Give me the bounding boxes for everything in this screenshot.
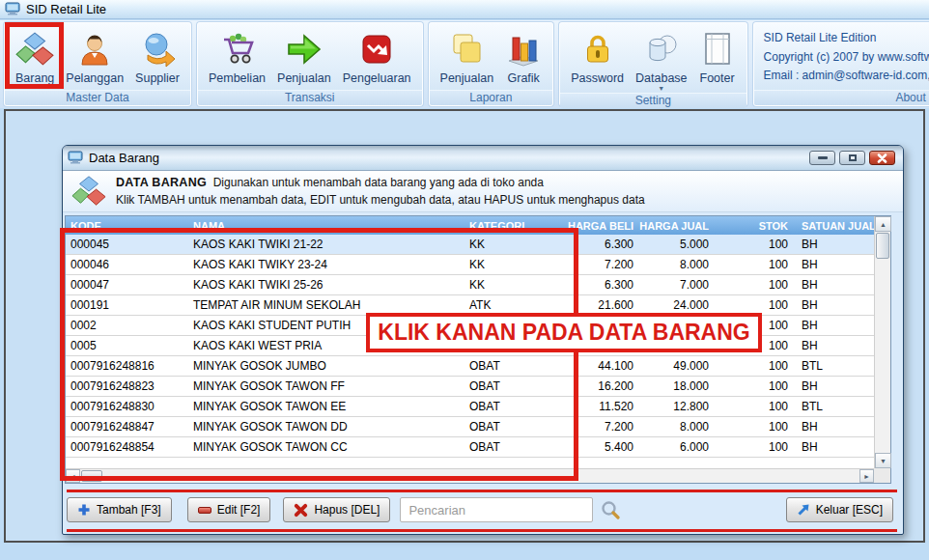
close-button[interactable]	[869, 151, 895, 165]
toolbar-item-database[interactable]: Database ▼	[630, 26, 693, 93]
about-line-copyright: Copyright (c) 2007 by www.software-id.co…	[764, 50, 929, 64]
chevron-down-icon: ▼	[658, 85, 664, 92]
customer-icon	[76, 27, 113, 71]
horizontal-scrollbar[interactable]: ◄ ►	[66, 468, 874, 483]
maximize-icon	[849, 154, 857, 161]
cell-stok: 100	[715, 298, 794, 312]
horizontal-scroll-thumb[interactable]	[81, 470, 102, 482]
column-header-harga-beli[interactable]: HARGA BELI	[564, 220, 639, 232]
vertical-scroll-thumb[interactable]	[876, 233, 889, 259]
table-row[interactable]: 0007916248854MINYAK GOSOK TAWON CCOBAT5.…	[66, 437, 874, 458]
cell-harga-jual: 12.800	[639, 400, 715, 413]
table-row[interactable]: 0007916248830MINYAK GOSOK TAWON EEOBAT11…	[66, 397, 874, 417]
cell-harga-beli: 7.200	[564, 258, 639, 271]
close-icon	[877, 154, 887, 163]
cell-harga-beli: 44.100	[564, 359, 639, 373]
cell-kode: 0007916248830	[66, 400, 193, 413]
column-header-satuan-jual[interactable]: SATUAN JUAL	[794, 220, 876, 232]
toolbar-item-label: Pelanggan	[66, 71, 124, 85]
toolbar-item-supplier[interactable]: Supplier	[129, 26, 185, 90]
search-icon[interactable]	[601, 500, 620, 519]
tambah-button[interactable]: Tambah [F3]	[67, 497, 172, 522]
cell-kode: 0007916248854	[66, 440, 193, 454]
toolbar-item-grafik[interactable]: Grafik	[499, 26, 548, 90]
toolbar-item-footer[interactable]: Footer	[693, 26, 742, 93]
cell-satuan: BTL	[794, 359, 874, 373]
table-row[interactable]: 0007916248816MINYAK GOSOK JUMBOOBAT44.10…	[66, 356, 874, 377]
column-header-kode[interactable]: KODE	[66, 220, 193, 232]
scroll-left-icon[interactable]: ◄	[66, 469, 80, 483]
cell-kode: 000045	[66, 238, 193, 251]
cell-kategori: KK	[462, 258, 564, 271]
cubes-icon	[71, 174, 106, 209]
app-titlebar: SID Retail Lite	[0, 0, 929, 19]
padlock-icon	[579, 27, 616, 71]
about-line-edition: SID Retail Lite Edition	[764, 31, 929, 44]
scroll-down-icon[interactable]: ▼	[875, 453, 891, 468]
cell-nama: MINYAK GOSOK TAWON DD	[193, 420, 462, 434]
cell-harga-beli: 21.600	[564, 298, 639, 312]
toolbar-item-password[interactable]: Password	[565, 26, 630, 93]
scroll-right-icon[interactable]: ►	[859, 469, 874, 483]
cell-satuan: BH	[794, 298, 874, 312]
cell-harga-beli: 5.400	[564, 440, 639, 454]
cell-satuan: BH	[794, 258, 874, 271]
cell-stok: 100	[715, 359, 794, 373]
dialog-button-bar: Tambah [F3] Edit [F2] Hapus [DEL] Keluar…	[67, 495, 899, 524]
toolbar-group-label: About	[754, 90, 929, 105]
toolbar: Barang Pelanggan Supplier Master Data	[0, 20, 929, 108]
scroll-up-icon[interactable]: ▲	[875, 216, 891, 232]
search-input[interactable]	[400, 497, 593, 522]
dialog-window-icon	[68, 151, 83, 165]
table-row[interactable]: 000046KAOS KAKI TWIKY 23-24KK7.2008.0001…	[66, 255, 874, 275]
toolbar-item-pelanggan[interactable]: Pelanggan	[60, 26, 129, 90]
cell-kategori: OBAT	[462, 400, 564, 413]
cell-harga-beli: 11.520	[564, 400, 639, 413]
red-annotation-line-bottom	[67, 529, 897, 532]
cell-satuan: BH	[794, 379, 874, 393]
column-header-stok[interactable]: STOK	[715, 220, 794, 232]
column-header-kategori[interactable]: KATEGORI	[462, 220, 564, 232]
keluar-button[interactable]: Keluar [ESC]	[786, 497, 893, 522]
dialog-titlebar[interactable]: Data Barang	[63, 146, 903, 171]
table-row[interactable]: 000045KAOS KAKI TWIKI 21-22KK6.3005.0001…	[66, 235, 874, 255]
edit-button[interactable]: Edit [F2]	[187, 497, 271, 522]
toolbar-item-laporan-penjualan[interactable]: Penjualan	[435, 26, 500, 90]
minimize-button[interactable]	[809, 151, 835, 165]
toolbar-item-penjualan[interactable]: Penjualan	[271, 26, 337, 90]
toolbar-item-label: Penjualan	[277, 71, 331, 85]
cell-nama: KAOS KAKI TWIKI 25-26	[193, 278, 462, 292]
cell-kategori: KK	[462, 278, 564, 292]
cell-harga-beli: 7.200	[564, 420, 639, 434]
cell-harga-jual: 24.000	[639, 298, 715, 312]
app-title: SID Retail Lite	[26, 2, 106, 16]
maximize-button[interactable]	[839, 151, 865, 165]
annotation-note-text: KLIK KANAN PADA DATA BARANG	[378, 320, 749, 346]
cell-kategori: OBAT	[462, 440, 564, 454]
cell-nama: TEMPAT AIR MINUM SEKOLAH	[193, 298, 462, 312]
toolbar-group-setting: Password Database ▼ Footer Setting	[559, 22, 746, 106]
cell-satuan: BH	[794, 238, 874, 251]
cell-satuan: BH	[794, 278, 874, 292]
table-row[interactable]: 0007916248823MINYAK GOSOK TAWON FFOBAT16…	[66, 377, 874, 397]
table-header-row[interactable]: KODE NAMA KATEGORI HARGA BELI HARGA JUAL…	[66, 216, 874, 235]
column-header-nama[interactable]: NAMA	[193, 220, 462, 232]
hapus-button[interactable]: Hapus [DEL]	[283, 497, 390, 522]
vertical-scrollbar[interactable]: ▲ ▼	[874, 216, 890, 468]
cell-harga-beli: 6.300	[564, 278, 639, 292]
exit-arrow-icon	[797, 503, 810, 517]
dialog-header: DATA BARANG Digunakan untuk menambah dat…	[63, 171, 903, 212]
cell-satuan: BH	[794, 319, 874, 332]
plus-icon	[77, 503, 91, 517]
cell-stok: 100	[715, 440, 794, 454]
cell-stok: 100	[715, 420, 794, 434]
toolbar-item-pengeluaran[interactable]: Pengeluaran	[337, 26, 417, 90]
cell-harga-jual: 7.000	[639, 278, 715, 292]
table-row[interactable]: 0007916248847MINYAK GOSOK TAWON DDOBAT7.…	[66, 417, 874, 437]
toolbar-item-barang[interactable]: Barang	[10, 26, 60, 90]
table-row[interactable]: 000047KAOS KAKI TWIKI 25-26KK6.3007.0001…	[66, 275, 874, 295]
toolbar-item-pembelian[interactable]: Pembelian	[203, 26, 271, 90]
cell-harga-jual: 5.000	[639, 238, 715, 251]
column-header-harga-jual[interactable]: HARGA JUAL	[639, 220, 715, 232]
cell-harga-jual: 8.000	[639, 258, 715, 271]
